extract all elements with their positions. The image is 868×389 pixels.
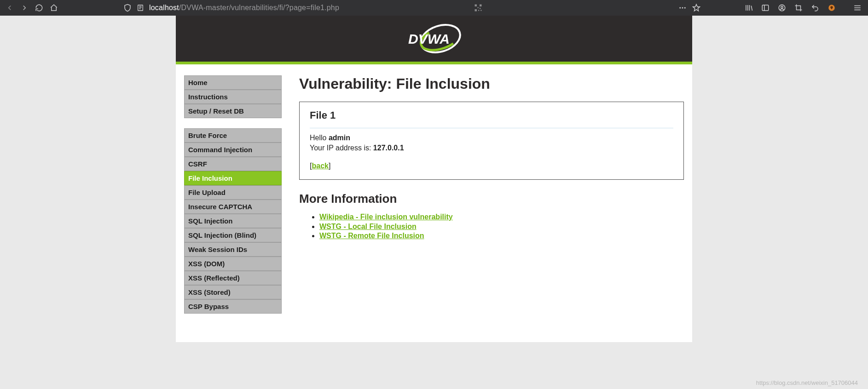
- sidebar-item-brute-force[interactable]: Brute Force: [184, 128, 282, 143]
- page-title: Vulnerability: File Inclusion: [299, 75, 684, 92]
- sidebar-item-weak-session-ids[interactable]: Weak Session IDs: [184, 242, 282, 257]
- back-icon[interactable]: [6, 4, 14, 12]
- sidebar-item-sql-injection-blind[interactable]: SQL Injection (Blind): [184, 228, 282, 242]
- sidebar-item-file-upload[interactable]: File Upload: [184, 185, 282, 200]
- sidebar-item-csrf[interactable]: CSRF: [184, 157, 282, 171]
- reload-icon[interactable]: [35, 4, 43, 12]
- sidebar: Home Instructions Setup / Reset DB Brute…: [184, 75, 282, 324]
- undo-icon[interactable]: [811, 4, 819, 12]
- sidebar-item-xss-dom[interactable]: XSS (DOM): [184, 257, 282, 271]
- sidebar-item-csp-bypass[interactable]: CSP Bypass: [184, 299, 282, 314]
- page-info-icon[interactable]: [136, 4, 145, 12]
- svg-rect-11: [762, 5, 769, 11]
- sidebar-toggle-icon[interactable]: [761, 4, 770, 12]
- hello-prefix: Hello: [310, 134, 329, 142]
- sidebar-group-main: Home Instructions Setup / Reset DB: [184, 75, 282, 118]
- svg-rect-1: [475, 5, 477, 7]
- qr-icon[interactable]: [474, 4, 482, 12]
- screenshot-crop-icon[interactable]: [794, 4, 803, 12]
- bracket-close: ]: [329, 162, 330, 170]
- sidebar-item-xss-reflected[interactable]: XSS (Reflected): [184, 271, 282, 285]
- svg-point-10: [684, 7, 686, 9]
- ip-value: 127.0.0.1: [373, 144, 404, 152]
- sidebar-item-home[interactable]: Home: [184, 75, 282, 90]
- back-line: [back]: [310, 161, 673, 171]
- sidebar-item-xss-stored[interactable]: XSS (Stored): [184, 285, 282, 299]
- url-path: /DVWA-master/vulnerabilities/fi/?page=fi…: [179, 4, 339, 11]
- sidebar-item-insecure-captcha[interactable]: Insecure CAPTCHA: [184, 200, 282, 214]
- page-container: DVWA Home Instructions Setup / Reset DB …: [176, 16, 692, 342]
- svg-point-8: [679, 7, 681, 9]
- back-link[interactable]: back: [312, 162, 328, 170]
- info-link-wstg-lfi[interactable]: WSTG - Local File Inclusion: [319, 223, 417, 230]
- url-bar[interactable]: localhost/DVWA-master/vulnerabilities/fi…: [149, 4, 339, 12]
- sidebar-item-command-injection[interactable]: Command Injection: [184, 143, 282, 157]
- app-menu-icon[interactable]: [853, 4, 862, 12]
- main-content: Vulnerability: File Inclusion File 1 Hel…: [299, 75, 684, 241]
- shield-icon[interactable]: [123, 4, 132, 12]
- ip-line: Your IP address is: 127.0.0.1: [310, 143, 673, 153]
- svg-point-13: [781, 6, 783, 8]
- sidebar-item-setup[interactable]: Setup / Reset DB: [184, 104, 282, 118]
- info-link-wikipedia[interactable]: Wikipedia - File inclusion vulnerability: [319, 213, 453, 221]
- svg-rect-7: [478, 10, 479, 11]
- info-link-list: Wikipedia - File inclusion vulnerability…: [299, 212, 684, 241]
- svg-rect-2: [480, 5, 482, 7]
- browser-toolbar: localhost/DVWA-master/vulnerabilities/fi…: [0, 0, 868, 16]
- dvwa-logo: DVWA: [402, 21, 466, 57]
- svg-rect-3: [475, 9, 477, 11]
- more-info-heading: More Information: [299, 192, 684, 206]
- library-icon[interactable]: [745, 4, 753, 12]
- list-item: WSTG - Remote File Inclusion: [319, 231, 684, 241]
- divider: [310, 128, 673, 128]
- bookmark-star-icon[interactable]: [692, 4, 700, 12]
- site-header: DVWA: [176, 16, 692, 62]
- home-icon[interactable]: [50, 4, 58, 12]
- info-link-wstg-rfi[interactable]: WSTG - Remote File Inclusion: [319, 232, 424, 240]
- file-heading: File 1: [310, 109, 673, 121]
- hello-line: Hello admin: [310, 133, 673, 143]
- ip-prefix: Your IP address is:: [310, 144, 373, 152]
- sidebar-item-instructions[interactable]: Instructions: [184, 90, 282, 104]
- svg-rect-5: [480, 8, 480, 9]
- more-dots-icon[interactable]: [678, 4, 687, 12]
- sidebar-group-vulns: Brute Force Command Injection CSRF File …: [184, 128, 282, 314]
- forward-icon[interactable]: [20, 4, 29, 12]
- svg-text:DVWA: DVWA: [408, 31, 450, 46]
- sidebar-item-file-inclusion[interactable]: File Inclusion: [184, 171, 282, 185]
- url-host: localhost: [149, 4, 179, 11]
- hello-user: admin: [329, 134, 350, 142]
- extension-icon[interactable]: [827, 4, 836, 12]
- svg-point-9: [682, 7, 683, 9]
- page-viewport[interactable]: DVWA Home Instructions Setup / Reset DB …: [0, 16, 868, 389]
- file-output-box: File 1 Hello admin Your IP address is: 1…: [299, 102, 684, 180]
- svg-rect-6: [480, 10, 481, 11]
- list-item: WSTG - Local File Inclusion: [319, 222, 684, 232]
- list-item: Wikipedia - File inclusion vulnerability: [319, 212, 684, 222]
- svg-rect-4: [478, 7, 479, 8]
- sidebar-item-sql-injection[interactable]: SQL Injection: [184, 214, 282, 228]
- account-icon[interactable]: [778, 4, 786, 12]
